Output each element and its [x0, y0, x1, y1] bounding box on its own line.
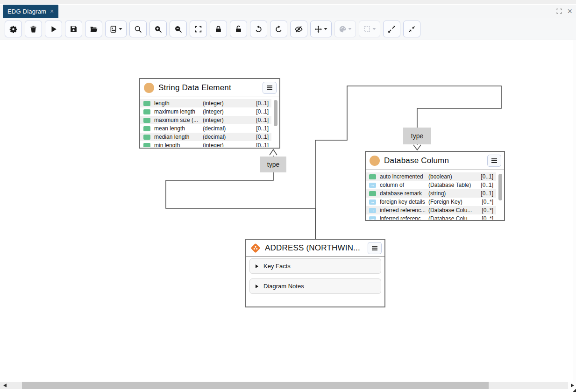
- tab-label: EDG Diagram: [7, 8, 46, 15]
- attribute-cardinality: [0..1]: [254, 100, 269, 107]
- node-address-northwind[interactable]: ADDRESS (NORTHWIN... Key Facts Diagram N…: [245, 239, 385, 307]
- play-icon: [50, 25, 57, 33]
- section-label: Key Facts: [263, 263, 291, 270]
- attribute-row[interactable]: column of (Database Table) [0..1]: [366, 181, 496, 189]
- toolbar-layout-move-button[interactable]: [310, 21, 332, 37]
- toolbar-zoom-out-button[interactable]: [170, 21, 187, 37]
- node-string-data-element[interactable]: String Data Element length (integer) [0.…: [139, 78, 280, 149]
- toolbar-expand-all-button[interactable]: [383, 21, 400, 37]
- node-menu-button[interactable]: [368, 242, 382, 254]
- node-scrollbar-thumb[interactable]: [274, 100, 277, 126]
- attribute-type: (Foreign Key): [428, 199, 480, 205]
- attribute-name: mean length: [154, 125, 203, 132]
- attribute-row[interactable]: length (integer) [0..1]: [140, 99, 271, 107]
- toolbar-save-button[interactable]: [65, 21, 82, 37]
- gear-icon: [9, 25, 17, 33]
- image-icon: [109, 25, 117, 33]
- attribute-row[interactable]: median length (decimal) [0..1]: [140, 133, 271, 141]
- attribute-type: (Database Colu...: [428, 207, 480, 214]
- attribute-kind-icon: [369, 183, 376, 188]
- attribute-kind-icon: [369, 200, 376, 205]
- lock-closed-icon: [214, 25, 222, 33]
- edge-label-type-string[interactable]: type: [260, 157, 286, 172]
- toolbar-delete-button[interactable]: [25, 21, 42, 37]
- attribute-row[interactable]: inferred referenc... (Database Colu... […: [366, 214, 496, 220]
- attribute-type: (integer): [203, 142, 254, 147]
- tab-bar: EDG Diagram × ×: [0, 5, 576, 18]
- attribute-row[interactable]: maximum length (integer) [0..1]: [140, 107, 271, 116]
- toolbar-search-button[interactable]: [129, 21, 147, 37]
- attribute-name: length: [154, 100, 203, 107]
- edge-address-to-string-data-element[interactable]: [166, 156, 315, 239]
- toolbar-fit-view-button[interactable]: [190, 21, 207, 37]
- diagram-canvas[interactable]: type type String Data Element length (in…: [0, 40, 573, 382]
- toolbar-undo-button[interactable]: [250, 21, 267, 37]
- attribute-list: length (integer) [0..1] maximum length (…: [140, 97, 279, 147]
- toolbar-run-button[interactable]: [45, 21, 62, 37]
- window-close-icon[interactable]: ×: [567, 7, 572, 15]
- attribute-row[interactable]: maximum size (... (integer) [0..1]: [140, 116, 271, 124]
- data-asset-diamond-icon: [250, 242, 261, 254]
- toolbar-hide-button[interactable]: [290, 21, 307, 37]
- scroll-left-arrow-icon[interactable]: [3, 384, 7, 387]
- tab-close-icon[interactable]: ×: [50, 8, 54, 14]
- attribute-cardinality: [0..1]: [254, 134, 269, 140]
- scrollbar-right-chip: [568, 382, 576, 389]
- attribute-kind-icon: [369, 216, 376, 220]
- attribute-kind-icon: [143, 109, 150, 114]
- node-title: Database Column: [384, 156, 484, 165]
- node-header: Database Column: [366, 152, 504, 170]
- fullscreen-brackets-icon: [194, 25, 202, 33]
- attribute-type: (integer): [203, 117, 254, 123]
- toolbar-selection-box-button: [359, 21, 380, 37]
- toolbar-open-button[interactable]: [85, 21, 102, 37]
- toolbar-export-image-button[interactable]: [105, 21, 127, 37]
- toolbar-zoom-in-button[interactable]: [149, 21, 167, 37]
- toolbar-redo-button[interactable]: [270, 21, 287, 37]
- attribute-row[interactable]: auto incremented (boolean) [0..1]: [366, 172, 496, 181]
- attribute-row[interactable]: inferred referenc... (Database Colu... […: [366, 206, 496, 214]
- node-menu-button[interactable]: [263, 82, 277, 94]
- horizontal-scrollbar[interactable]: [0, 382, 576, 389]
- attribute-type: (decimal): [203, 134, 254, 140]
- vertical-scrollbar[interactable]: [573, 40, 576, 382]
- attribute-kind-icon: [143, 126, 150, 131]
- edge-label-type-database[interactable]: type: [403, 128, 431, 144]
- attribute-name: median length: [154, 134, 203, 140]
- scroll-right-arrow-icon[interactable]: [571, 384, 574, 387]
- edge-arrowhead-up: [270, 150, 277, 155]
- window-fullscreen-icon[interactable]: [556, 8, 562, 14]
- attribute-name: auto incremented: [380, 173, 428, 180]
- hamburger-icon: [267, 87, 272, 88]
- attribute-row[interactable]: mean length (decimal) [0..1]: [140, 124, 271, 133]
- toolbar-collapse-all-button[interactable]: [403, 21, 420, 37]
- toolbar-lock-button[interactable]: [210, 21, 227, 37]
- attribute-kind-icon: [369, 191, 376, 196]
- attribute-type: (integer): [203, 108, 254, 115]
- class-circle-icon: [370, 156, 380, 166]
- attribute-row[interactable]: foreign key details (Foreign Key) [0..*]: [366, 198, 496, 206]
- tab-edg-diagram[interactable]: EDG Diagram ×: [3, 5, 58, 18]
- attribute-type: (integer): [203, 100, 254, 107]
- attribute-row[interactable]: min length (integer) [0..1]: [140, 141, 271, 147]
- scroll-corner-icon[interactable]: [573, 389, 576, 392]
- attribute-cardinality: [0..*]: [480, 215, 493, 220]
- hamburger-icon: [491, 160, 497, 161]
- toolbar-settings-button[interactable]: [5, 21, 22, 37]
- attribute-type: (boolean): [428, 173, 480, 180]
- toolbar-unlock-button[interactable]: [230, 21, 247, 37]
- node-menu-button[interactable]: [487, 155, 501, 167]
- eye-off-icon: [295, 25, 303, 33]
- window-controls: ×: [556, 5, 576, 18]
- class-circle-icon: [144, 83, 154, 93]
- node-scrollbar-thumb[interactable]: [498, 174, 502, 200]
- horizontal-scrollbar-thumb[interactable]: [22, 382, 489, 389]
- attribute-type: (Database Table): [428, 182, 480, 188]
- attribute-kind-icon: [369, 174, 376, 179]
- collapsible-section[interactable]: Diagram Notes: [249, 278, 381, 294]
- node-database-column[interactable]: Database Column auto incremented (boolea…: [365, 151, 505, 221]
- attribute-cardinality: [0..1]: [480, 173, 493, 180]
- collapsible-section[interactable]: Key Facts: [249, 258, 381, 274]
- attribute-cardinality: [0..*]: [480, 207, 493, 214]
- attribute-row[interactable]: database remark (string) [0..1]: [366, 189, 496, 198]
